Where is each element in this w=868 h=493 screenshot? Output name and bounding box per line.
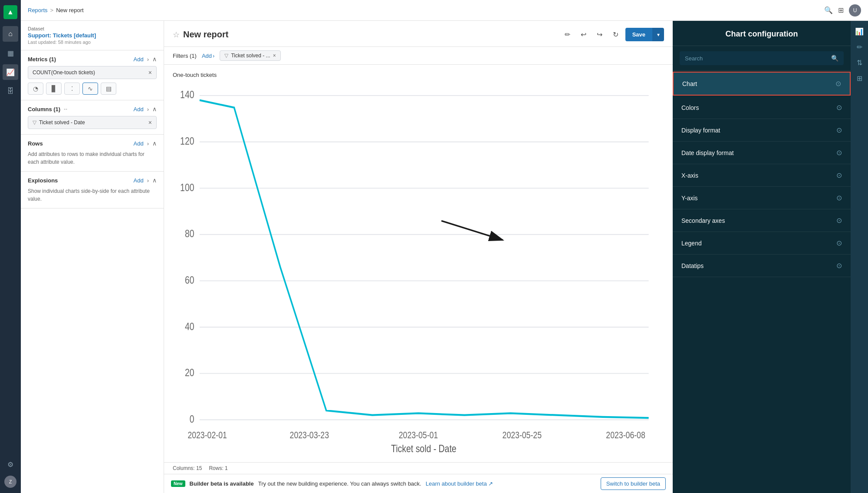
filter-label: Ticket solved - ... [231, 53, 270, 59]
metrics-add[interactable]: Add [134, 56, 144, 63]
chart-type-bar[interactable]: ▊ [46, 83, 62, 95]
nav-database[interactable]: 🗄 [3, 83, 18, 99]
dataset-name[interactable]: Support: Tickets [default] [28, 32, 157, 39]
report-header: ☆ New report ✏ ↩ ↪ ↻ Save ▾ [164, 21, 673, 47]
metrics-section: Metrics (1) Add › ∧ COUNT(One-touch tick… [21, 50, 164, 100]
dataset-label: Dataset [28, 26, 157, 31]
config-chart-label: Chart [682, 80, 697, 87]
dataset-info: Dataset Support: Tickets [default] Last … [21, 21, 164, 50]
config-item-legend[interactable]: Legend ⊙ [673, 232, 851, 255]
star-button[interactable]: ☆ [173, 30, 180, 40]
beta-link[interactable]: Learn about builder beta ↗ [426, 480, 493, 487]
config-item-secondary-axes[interactable]: Secondary axes ⊙ [673, 209, 851, 232]
columns-stat: Columns: 15 [173, 465, 202, 471]
filter-remove[interactable]: × [273, 53, 276, 59]
svg-text:40: 40 [185, 321, 194, 332]
config-item-datatips[interactable]: Datatips ⊙ [673, 255, 851, 277]
svg-text:2023-02-01: 2023-02-01 [187, 430, 227, 440]
svg-text:120: 120 [180, 136, 194, 147]
mini-chart-icon[interactable]: 📊 [852, 24, 866, 38]
config-date-display-label: Date display format [681, 149, 734, 156]
column-remove[interactable]: × [148, 119, 152, 126]
chart-type-scatter[interactable]: ⁚ [64, 83, 80, 95]
chart-type-pie[interactable]: ◔ [28, 83, 43, 95]
explosions-collapse[interactable]: ∧ [152, 177, 157, 184]
metrics-collapse[interactable]: ∧ [152, 56, 157, 63]
config-legend-label: Legend [681, 240, 702, 247]
redo-icon[interactable]: ↪ [593, 29, 606, 40]
edit-icon[interactable]: ✏ [561, 29, 574, 40]
chart-wrapper: 140 120 100 80 60 40 20 0 [173, 82, 664, 452]
metric-label: COUNT(One-touch tickets) [33, 69, 95, 76]
svg-text:Ticket sold - Date: Ticket sold - Date [391, 443, 457, 452]
undo-icon[interactable]: ↩ [577, 29, 590, 40]
config-item-date-display-format[interactable]: Date display format ⊙ [673, 142, 851, 164]
add-filter[interactable]: Add › [202, 53, 214, 59]
config-search-input[interactable] [685, 55, 828, 62]
columns-collapse[interactable]: ∧ [152, 106, 157, 112]
svg-text:2023-06-08: 2023-06-08 [606, 430, 645, 440]
nav-settings[interactable]: ⚙ [3, 457, 18, 472]
chart-type-icons: ◔ ▊ ⁚ ∿ ▤ [28, 83, 157, 95]
config-xaxis-label: X-axis [681, 172, 698, 179]
config-item-colors[interactable]: Colors ⊙ [673, 96, 851, 119]
save-button[interactable]: Save [625, 28, 652, 41]
config-item-y-axis[interactable]: Y-axis ⊙ [673, 187, 851, 209]
nav-avatar[interactable]: Z [4, 476, 16, 488]
columns-title: Columns (1) [28, 106, 60, 112]
config-display-format-arrow: ⊙ [836, 126, 842, 134]
breadcrumb-reports[interactable]: Reports [28, 7, 48, 13]
config-date-display-arrow: ⊙ [836, 149, 842, 157]
columns-add[interactable]: Add [134, 106, 144, 112]
chart-title: One-touch tickets [173, 72, 664, 78]
beta-description: Try out the new building experience. You… [258, 480, 421, 487]
config-item-chart[interactable]: Chart ⊙ [673, 72, 851, 96]
nav-reports[interactable]: 📈 [3, 64, 18, 80]
rows-hint: Add attributes to rows to make individua… [28, 150, 157, 166]
rows-section: Rows Add › ∧ Add attributes to rows to m… [21, 135, 164, 172]
user-avatar[interactable]: U [849, 4, 861, 17]
breadcrumb: Reports > New report [28, 7, 84, 13]
config-item-x-axis[interactable]: X-axis ⊙ [673, 164, 851, 187]
explosions-title: Explosions [28, 177, 58, 184]
metric-item: COUNT(One-touch tickets) × [28, 66, 157, 79]
chart-config-panel: Chart configuration 🔍 Chart ⊙ Colors ⊙ D… [673, 21, 851, 493]
search-icon[interactable]: 🔍 [824, 6, 833, 14]
config-xaxis-arrow: ⊙ [836, 171, 842, 179]
beta-text: Builder beta is available [190, 480, 254, 487]
nav-dashboard[interactable]: ▦ [3, 45, 18, 61]
breadcrumb-sep: > [50, 7, 54, 13]
svg-text:60: 60 [185, 275, 194, 286]
nav-home[interactable]: ⌂ [3, 26, 18, 42]
app-logo[interactable]: ▲ [3, 5, 17, 19]
rows-collapse[interactable]: ∧ [152, 140, 157, 147]
save-dropdown[interactable]: ▾ [652, 28, 664, 41]
left-navigation: ▲ ⌂ ▦ 📈 🗄 ⚙ Z [0, 0, 21, 493]
config-datatips-label: Datatips [681, 262, 704, 269]
config-search-area: 🔍 [673, 46, 851, 71]
config-yaxis-arrow: ⊙ [836, 194, 842, 202]
chart-type-line[interactable]: ∿ [82, 83, 98, 95]
filters-label: Filters (1) [173, 53, 197, 59]
chart-type-table[interactable]: ▤ [101, 83, 116, 95]
filter-funnel-icon: ▽ [224, 53, 228, 59]
switch-beta-button[interactable]: Switch to builder beta [601, 477, 666, 490]
config-colors-label: Colors [681, 104, 699, 111]
svg-text:100: 100 [180, 182, 194, 193]
mini-edit-icon[interactable]: ✏ [852, 40, 866, 54]
mini-calc-icon[interactable]: ⊞ [852, 71, 866, 85]
mini-sort-icon[interactable]: ⇅ [852, 56, 866, 69]
explosions-add[interactable]: Add [134, 177, 144, 184]
dataset-updated: Last updated: 58 minutes ago [28, 40, 157, 45]
report-title: New report [183, 30, 228, 40]
config-yaxis-label: Y-axis [681, 195, 698, 202]
apps-icon[interactable]: ⊞ [838, 6, 844, 14]
metric-remove[interactable]: × [148, 69, 152, 76]
rows-add[interactable]: Add [134, 140, 144, 147]
refresh-icon[interactable]: ↻ [609, 29, 622, 40]
config-item-display-format[interactable]: Display format ⊙ [673, 119, 851, 142]
save-button-group: Save ▾ [625, 28, 664, 41]
right-mini-toolbar: 📊 ✏ ⇅ ⊞ [851, 21, 868, 493]
svg-text:2023-05-01: 2023-05-01 [399, 430, 438, 440]
bottom-bar: Columns: 15 Rows: 1 [164, 462, 673, 474]
